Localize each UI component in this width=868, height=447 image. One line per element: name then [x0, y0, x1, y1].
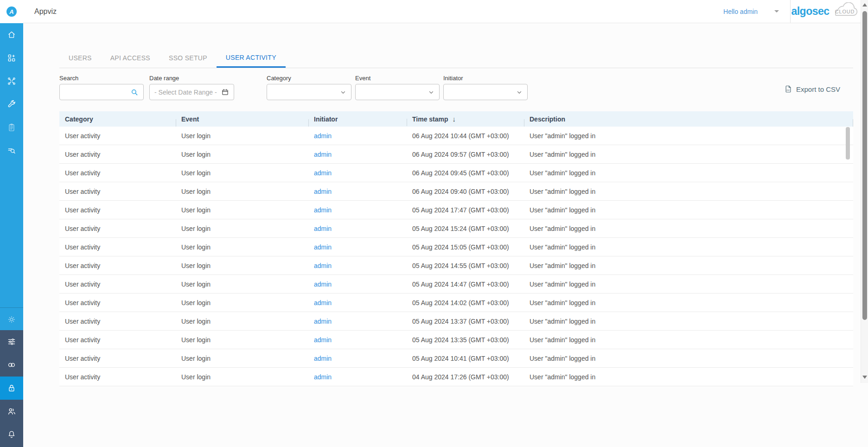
wrench-icon: [7, 100, 16, 109]
cell-event: User login: [176, 318, 308, 325]
cell-description: User "admin" logged in: [524, 132, 853, 140]
algosec-logo-icon: A: [5, 5, 18, 18]
cell-description: User "admin" logged in: [524, 318, 853, 325]
cell-initiator-link[interactable]: admin: [308, 355, 407, 362]
gear-icon: [7, 315, 16, 324]
cell-initiator-link[interactable]: admin: [308, 132, 407, 140]
cell-description: User "admin" logged in: [524, 206, 853, 214]
cell-timestamp: 05 Aug 2024 17:47 (GMT +03:00): [407, 206, 524, 214]
sidebar-item-users[interactable]: [0, 400, 23, 423]
page-scrollbar[interactable]: [861, 0, 868, 383]
calendar-icon[interactable]: [221, 88, 229, 96]
cell-description: User "admin" logged in: [524, 225, 853, 232]
apps-add-icon: [7, 53, 16, 63]
column-header-category[interactable]: Category: [59, 115, 176, 123]
sidebar-item-notifications[interactable]: [0, 423, 23, 446]
cell-initiator-link[interactable]: admin: [308, 373, 407, 381]
sidebar-item-topology[interactable]: [0, 70, 23, 93]
tab-sso-setup[interactable]: SSO SETUP: [160, 48, 217, 68]
cell-description: User "admin" logged in: [524, 373, 853, 381]
greeting-text: Hello admin: [723, 8, 758, 15]
cell-event: User login: [176, 373, 308, 381]
table-scrollbar-thumb[interactable]: [846, 127, 850, 160]
column-header-description[interactable]: Description: [524, 115, 853, 123]
cell-initiator-link[interactable]: admin: [308, 169, 407, 177]
export-csv-button[interactable]: csv Export to CSV: [784, 85, 840, 93]
cell-timestamp: 06 Aug 2024 09:40 (GMT +03:00): [407, 188, 524, 195]
table-row: User activity User login admin 05 Aug 20…: [59, 256, 853, 275]
cell-event: User login: [176, 262, 308, 269]
sidebar-item-preferences[interactable]: [0, 330, 23, 353]
sidebar-item-home[interactable]: [0, 23, 23, 46]
cell-timestamp: 06 Aug 2024 09:45 (GMT +03:00): [407, 169, 524, 177]
table-row: User activity User login admin 05 Aug 20…: [59, 201, 853, 219]
category-label: Category: [267, 75, 351, 82]
table-row: User activity User login admin 05 Aug 20…: [59, 294, 853, 312]
cell-initiator-link[interactable]: admin: [308, 299, 407, 307]
tab-user-activity[interactable]: USER ACTIVITY: [217, 48, 286, 68]
date-range-label: Date range: [149, 75, 234, 82]
sidebar-item-security[interactable]: [0, 377, 23, 400]
sort-desc-icon[interactable]: ↓: [453, 115, 456, 123]
page-scrollbar-thumb[interactable]: [862, 11, 867, 320]
cell-description: User "admin" logged in: [524, 262, 853, 269]
search-icon[interactable]: [130, 88, 139, 96]
search-input[interactable]: [64, 89, 130, 96]
brand-name: algosec: [791, 5, 829, 18]
tab-api-access[interactable]: API ACCESS: [101, 48, 160, 68]
date-range-input[interactable]: [154, 89, 221, 96]
column-header-event[interactable]: Event: [176, 115, 308, 123]
tab-users[interactable]: USERS: [59, 48, 101, 68]
cell-event: User login: [176, 132, 308, 140]
column-header-timestamp[interactable]: Time stamp ↓: [407, 115, 524, 123]
search-label: Search: [59, 75, 144, 82]
cell-event: User login: [176, 281, 308, 288]
cell-description: User "admin" logged in: [524, 355, 853, 362]
chevron-down-icon: [340, 89, 346, 96]
cell-category: User activity: [59, 262, 176, 269]
sidebar-item-apps[interactable]: [0, 46, 23, 70]
sidebar-item-reports[interactable]: [0, 116, 23, 139]
cell-category: User activity: [59, 151, 176, 158]
cell-category: User activity: [59, 206, 176, 214]
sidebar-item-tools[interactable]: [0, 93, 23, 116]
cell-initiator-link[interactable]: admin: [308, 188, 407, 195]
cell-initiator-link[interactable]: admin: [308, 281, 407, 288]
cell-event: User login: [176, 299, 308, 307]
user-menu[interactable]: Hello admin: [723, 8, 779, 15]
activity-table: Category Event Initiator Time stamp ↓ De…: [59, 111, 853, 386]
table-row: User activity User login admin 05 Aug 20…: [59, 238, 853, 256]
sidebar-item-settings[interactable]: [0, 308, 23, 331]
cell-initiator-link[interactable]: admin: [308, 318, 407, 325]
table-row: User activity User login admin 05 Aug 20…: [59, 331, 853, 349]
cell-initiator-link[interactable]: admin: [308, 225, 407, 232]
cell-timestamp: 06 Aug 2024 09:57 (GMT +03:00): [407, 151, 524, 158]
column-header-initiator[interactable]: Initiator: [308, 115, 407, 123]
sidebar-item-integrations[interactable]: [0, 353, 23, 377]
scroll-down-arrow-icon[interactable]: [862, 376, 867, 379]
event-label: Event: [355, 75, 440, 82]
table-row: User activity User login admin 04 Aug 20…: [59, 368, 853, 386]
cell-initiator-link[interactable]: admin: [308, 262, 407, 269]
sliders-icon: [7, 337, 16, 346]
cell-initiator-link[interactable]: admin: [308, 243, 407, 251]
cell-initiator-link[interactable]: admin: [308, 151, 407, 158]
svg-text:csv: csv: [786, 89, 790, 91]
date-range-field: Date range: [149, 75, 234, 100]
initiator-select[interactable]: [443, 84, 528, 100]
links-icon: [7, 360, 16, 370]
cell-category: User activity: [59, 373, 176, 381]
cell-category: User activity: [59, 355, 176, 362]
cell-event: User login: [176, 188, 308, 195]
event-select[interactable]: [355, 84, 440, 100]
category-select[interactable]: [267, 84, 351, 100]
scroll-up-arrow-icon[interactable]: [862, 3, 867, 6]
category-field: Category: [267, 75, 351, 100]
cell-category: User activity: [59, 188, 176, 195]
cell-timestamp: 05 Aug 2024 14:55 (GMT +03:00): [407, 262, 524, 269]
cell-initiator-link[interactable]: admin: [308, 206, 407, 214]
cell-description: User "admin" logged in: [524, 151, 853, 158]
cell-initiator-link[interactable]: admin: [308, 336, 407, 344]
sidebar-item-log-search[interactable]: [0, 139, 23, 162]
cell-category: User activity: [59, 132, 176, 140]
